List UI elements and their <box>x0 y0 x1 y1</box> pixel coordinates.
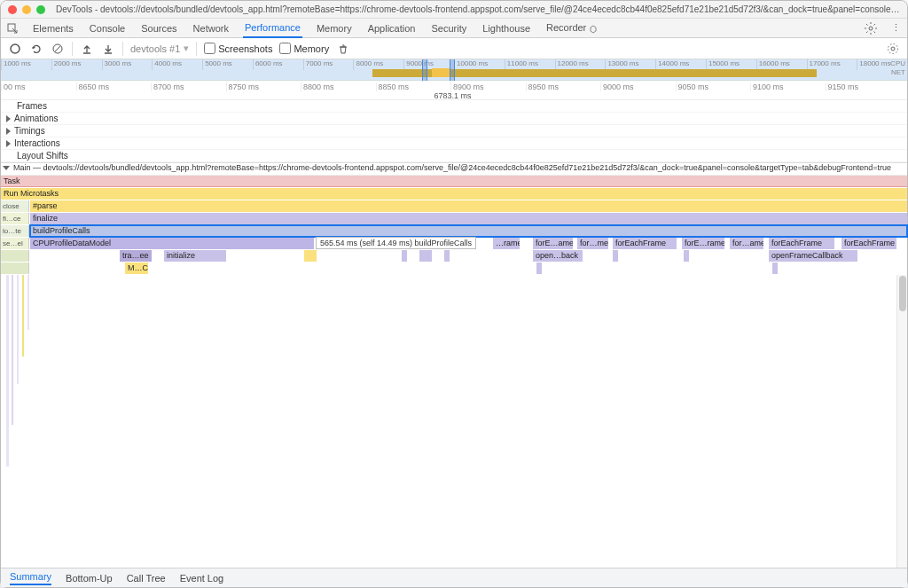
screenshots-checkbox[interactable]: Screenshots <box>204 43 272 54</box>
cpu-label: CPU <box>890 59 905 68</box>
settings-icon[interactable] <box>865 22 877 35</box>
tab-bottom-up[interactable]: Bottom-Up <box>66 573 113 584</box>
svg-point-6 <box>888 43 898 53</box>
memory-checkbox[interactable]: Memory <box>279 43 329 54</box>
track-layout-shifts[interactable]: Layout Shifts <box>1 150 907 162</box>
tab-console[interactable]: Console <box>88 20 127 37</box>
reload-record-button[interactable] <box>29 42 43 56</box>
flame-frame[interactable]: forEachFrame <box>841 238 896 249</box>
flame-frame[interactable]: forE…ame <box>533 238 573 249</box>
track-timings[interactable]: Timings <box>1 125 907 137</box>
flame-mc[interactable]: M…C <box>125 263 148 274</box>
profile-selector[interactable]: devtools #1 ▾ <box>130 43 189 54</box>
track-frames[interactable]: Frames <box>1 100 907 113</box>
flame-finalize[interactable]: finalize <box>30 213 907 224</box>
flame-frame[interactable]: forEachFrame <box>769 238 834 249</box>
tab-lighthouse[interactable]: Lighthouse <box>481 20 532 37</box>
flame-frame[interactable]: for…ame <box>730 238 763 249</box>
track-main-header[interactable]: Main — devtools://devtools/bundled/devto… <box>1 163 907 176</box>
details-tabs: Summary Bottom-Up Call Tree Event Log <box>1 568 907 587</box>
time-marker: 6783.1 ms <box>434 91 472 100</box>
more-icon[interactable]: ⋮ <box>889 22 902 35</box>
minimize-window[interactable] <box>22 5 31 14</box>
flame-graph[interactable]: Task Run Microtasks close #parse fi…ce f… <box>1 176 907 275</box>
tab-elements[interactable]: Elements <box>31 20 75 37</box>
capture-settings-icon[interactable] <box>886 42 900 56</box>
window-title: DevTools - devtools://devtools/bundled/d… <box>56 4 900 14</box>
side-lote[interactable]: lo…te <box>1 225 29 237</box>
perf-toolbar: devtools #1 ▾ Screenshots Memory <box>1 38 907 59</box>
overview-window-end[interactable] <box>450 59 455 81</box>
svg-point-5 <box>891 47 895 51</box>
net-label: NET <box>890 68 905 77</box>
flame-microtasks[interactable]: Run Microtasks <box>1 188 907 200</box>
tab-memory[interactable]: Memory <box>315 20 354 37</box>
svg-point-2 <box>11 44 20 53</box>
flame-empty-area[interactable] <box>1 275 896 568</box>
tab-network[interactable]: Network <box>192 20 231 37</box>
flame-initialize[interactable]: initialize <box>164 250 226 262</box>
record-button[interactable] <box>8 42 22 56</box>
load-profile-button[interactable] <box>80 42 94 56</box>
flame-parse[interactable]: #parse <box>30 200 907 212</box>
tab-call-tree[interactable]: Call Tree <box>127 573 166 584</box>
flame-tooltip: 565.54 ms (self 14.49 ms) buildProfileCa… <box>316 237 476 249</box>
track-animations[interactable]: Animations <box>1 113 907 125</box>
track-interactions[interactable]: Interactions <box>1 137 907 150</box>
tab-sources[interactable]: Sources <box>139 20 178 37</box>
flame-traee[interactable]: tra…ee <box>120 250 152 262</box>
tab-security[interactable]: Security <box>429 20 468 37</box>
garbage-collect-button[interactable] <box>336 42 350 56</box>
flame-frame[interactable]: for…me <box>577 238 608 249</box>
flame-cpuprofiledatamodel[interactable]: CPUProfileDataModel <box>30 238 314 249</box>
save-profile-button[interactable] <box>101 42 115 56</box>
inspect-icon[interactable] <box>6 22 19 35</box>
close-window[interactable] <box>8 5 17 14</box>
tab-event-log[interactable]: Event Log <box>180 573 224 584</box>
clear-button[interactable] <box>51 42 65 56</box>
svg-point-1 <box>869 27 873 30</box>
side-close[interactable]: close <box>1 200 29 212</box>
vertical-scrollbar[interactable] <box>896 275 907 568</box>
tab-recorder[interactable]: Recorder <box>544 19 599 36</box>
flame-frame[interactable]: …rame <box>493 238 520 249</box>
flame-openframecallback[interactable]: openFrameCallback <box>769 250 857 262</box>
timeline-overview[interactable]: 1000 ms2000 ms3000 ms4000 ms5000 ms6000 … <box>1 59 907 81</box>
side-seel[interactable]: se…el <box>1 238 29 249</box>
devtools-tabs: Elements Console Sources Network Perform… <box>1 19 907 38</box>
tab-application[interactable]: Application <box>366 20 418 37</box>
svg-line-4 <box>55 46 60 51</box>
flame-frame[interactable]: forEachFrame <box>613 238 677 249</box>
tab-performance[interactable]: Performance <box>243 19 302 38</box>
tab-summary[interactable]: Summary <box>10 571 51 585</box>
side-fice[interactable]: fi…ce <box>1 213 29 224</box>
flame-openback[interactable]: open…back <box>533 250 583 262</box>
flame-chunk[interactable] <box>304 250 317 262</box>
flame-frame[interactable]: forE…rame <box>682 238 724 249</box>
time-ruler[interactable]: 00 ms8650 ms8700 ms8750 ms8800 ms8850 ms… <box>1 81 907 100</box>
zoom-window[interactable] <box>36 5 45 14</box>
overview-window-start[interactable] <box>422 59 427 81</box>
flame-buildprofilecalls-selected[interactable]: buildProfileCalls <box>30 225 907 237</box>
flame-task[interactable]: Task <box>1 176 907 187</box>
